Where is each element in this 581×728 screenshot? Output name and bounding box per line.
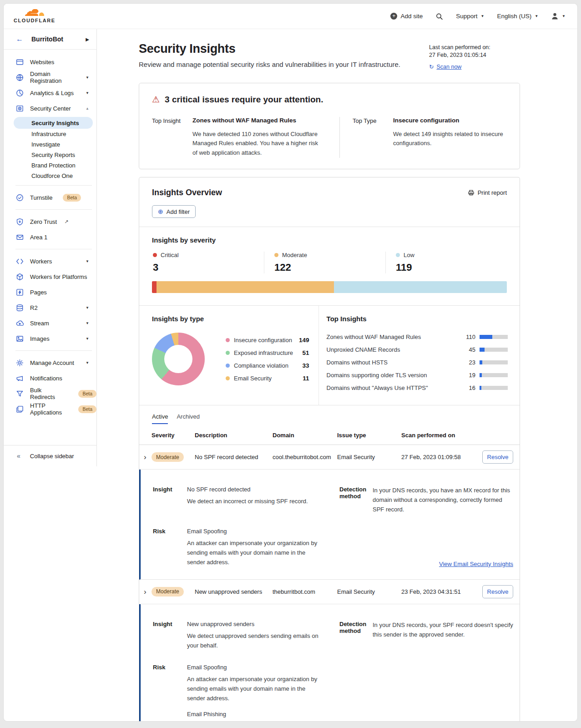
top-type-title: Insecure configuration [393,117,507,124]
chevron-down-icon: ▼ [480,14,484,18]
resolve-button[interactable]: Resolve [482,450,513,464]
account-switcher[interactable]: ← BurritoBot ▶ [4,29,96,50]
sidebar-item-pages[interactable]: Pages [4,284,96,300]
back-arrow-icon[interactable]: ← [16,35,23,43]
sidebar-item-stream[interactable]: Stream ▼ [4,315,96,331]
layers-icon [16,405,24,413]
sidebar-item-notifications[interactable]: Notifications [4,370,96,386]
severity-critical: Critical 3 [152,252,264,273]
divider [339,117,340,158]
user-menu[interactable]: ▼ [551,12,566,20]
critical-dot [153,253,157,257]
critical-issues-title: 3 critical issues require your attention… [165,95,323,105]
sidebar-item-workers[interactable]: Workers ▼ [4,253,96,269]
type-section-title: Insights by type [152,315,309,323]
table-row[interactable]: › Moderate No SPF record detected cool.t… [139,445,520,470]
legend-item: Email Security11 [226,375,309,382]
legend-dot [226,351,230,355]
collapse-sidebar-button[interactable]: « Collapse sidebar [4,445,96,466]
external-link-icon: ↗ [64,219,68,225]
sidebar-item-workers-for-platforms[interactable]: Workers for Platforms [4,269,96,284]
forward-chevron-icon[interactable]: ▶ [86,37,89,42]
bar-fill [480,373,482,377]
severity-badge: Moderate [152,587,184,597]
top-insights-title: Top Insights [327,315,508,323]
cloudflare-logo-text: CLOUDFLARE [14,18,56,23]
sidebar-item-cloudforce-one[interactable]: Cloudforce One [14,171,93,181]
sidebar-item-websites[interactable]: Websites [4,54,96,70]
support-label: Support [456,13,477,20]
add-filter-button[interactable]: ⊕ Add filter [152,205,196,218]
low-count: 119 [396,262,507,273]
low-dot [396,253,400,257]
chevron-down-icon: ▼ [86,321,89,325]
page-title: Security Insights [139,42,400,56]
sidebar-item-analytics-logs[interactable]: Analytics & Logs ▼ [4,85,96,101]
sidebar-item-domain-registration[interactable]: Domain Registration ▼ [4,70,96,85]
expand-chevron-icon[interactable]: › [144,453,152,461]
sidebar-item-images[interactable]: Images ▼ [4,331,96,346]
language-label: English (US) [497,13,531,20]
add-site-button[interactable]: + Add site [390,13,423,20]
sidebar-item-security-insights[interactable]: Security Insights [14,117,93,129]
cube-icon [16,273,24,281]
resolve-button[interactable]: Resolve [482,585,513,598]
severity-stacked-bar [152,281,507,293]
overview-title: Insights Overview [152,188,222,197]
chevron-down-icon: ▼ [86,91,89,95]
table-row[interactable]: › Moderate New unapproved senders thebur… [139,580,520,604]
view-email-security-insights-link[interactable]: View Email Security Insights [439,561,513,567]
sidebar-item-zero-trust[interactable]: Zero Trust ↗ [4,214,96,229]
legend-item: Insecure configuration149 [226,337,309,344]
detection-method-label: Detection method [339,486,373,514]
language-menu[interactable]: English (US) ▼ [497,13,538,20]
row-description: New unapproved senders [195,588,273,595]
chevron-up-icon: ▲ [86,106,89,111]
sidebar-item-security-center[interactable]: Security Center ▲ [4,101,96,116]
sidebar-item-infrastructure[interactable]: Infrastructure [14,129,93,139]
sidebar-item-r2[interactable]: R2 ▼ [4,300,96,315]
security-center-icon [16,105,24,112]
top-type-label: Top Type [353,117,393,158]
expand-chevron-icon[interactable]: › [144,588,152,596]
sidebar-item-investigate[interactable]: Investigate [14,139,93,150]
tab-archived[interactable]: Archived [177,413,200,424]
top-insight-row: Zones without WAF Managed Rules110 [327,334,508,340]
scan-now-link[interactable]: ↻ Scan now [429,63,520,71]
risk-description: An attacker can impersonate your organiz… [187,675,323,703]
low-segment [334,281,507,293]
sidebar-item-area-1[interactable]: Area 1 [4,229,96,245]
globe-icon [16,74,24,81]
divider [15,249,92,249]
sidebar-item-manage-account[interactable]: Manage Account ▼ [4,355,96,370]
cloudflare-logo[interactable]: CLOUDFLARE [14,9,56,23]
bar-track [480,373,508,377]
support-menu[interactable]: Support ▼ [456,13,484,20]
sidebar-item-bulk-redirects[interactable]: Bulk Redirects Beta [4,386,96,401]
critical-issues-card: ⚠ 3 critical issues require your attenti… [139,83,520,169]
database-icon [16,304,24,312]
top-insight-row: Domains supporting older TLS version19 [327,372,508,379]
image-icon [16,335,24,343]
bar-fill [480,335,492,339]
print-report-button[interactable]: Print report [468,189,507,196]
moderate-segment [157,281,334,293]
critical-count: 3 [153,262,264,273]
cloud-play-icon [16,319,24,327]
insight-label: Insight [153,621,187,651]
insight-label: Insight [153,486,187,514]
divider [15,209,92,210]
search-icon[interactable] [435,13,443,20]
chevron-down-icon: ▼ [86,76,89,80]
page-subtitle: Review and manage potential security ris… [139,61,400,68]
sidebar-item-security-reports[interactable]: Security Reports [14,150,93,160]
beta-badge: Beta [78,390,96,398]
tab-active[interactable]: Active [152,413,168,424]
legend-item: Exposed infrastructure51 [226,349,309,356]
bar-fill [480,360,482,364]
sidebar-item-turnstile[interactable]: Turnstile Beta [4,190,96,205]
sidebar-item-http-applications[interactable]: HTTP Applications Beta [4,401,96,417]
legend-dot [226,376,230,380]
sidebar-item-brand-protection[interactable]: Brand Protection [14,160,93,171]
double-chevron-left-icon: « [17,452,20,460]
